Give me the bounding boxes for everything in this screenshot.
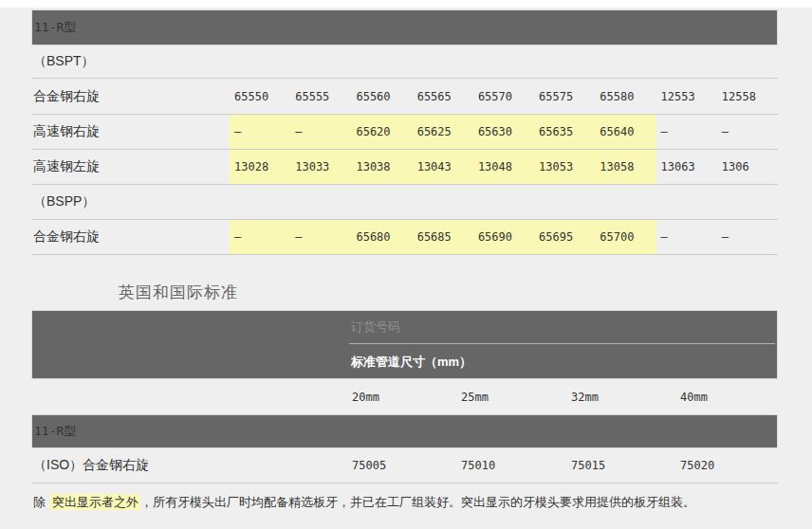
row-label: 高速钢右旋 <box>31 115 230 149</box>
order-number-cell: 65575 <box>534 79 595 114</box>
section-heading-uk-international-standard: 英国和国际标准 <box>119 282 238 303</box>
footer-note-prefix: 除 <box>33 495 46 509</box>
footer-note-highlight: 突出显示者之外 <box>50 494 140 510</box>
order-table-bspt-bspp: （BSPT） 合金钢右旋 65550 65555 65560 65565 655… <box>31 46 778 255</box>
table-row-section-bspt: （BSPT） <box>31 46 778 79</box>
order-number-cell-highlighted: 65685 <box>413 220 473 254</box>
pipe-size-columns-row: 20mm 25mm 32mm 40mm <box>31 379 778 414</box>
order-number-cell-highlighted: 13028 <box>230 150 290 184</box>
order-number-cell: 75005 <box>352 459 461 472</box>
size-column-header: 20mm <box>352 391 461 404</box>
section-row-label: （BSPT） <box>31 46 778 78</box>
order-number-cell: – <box>717 220 778 254</box>
row-label: （ISO）合金钢右旋 <box>31 457 352 474</box>
order-number-cell: 65560 <box>351 79 412 114</box>
order-number-cell: 75015 <box>571 459 680 472</box>
order-number-cell: 65570 <box>473 79 534 114</box>
size-column-header: 32mm <box>571 391 680 404</box>
table-row-alloy-rh: 合金钢右旋 65550 65555 65560 65565 65570 6557… <box>31 79 778 115</box>
table-row-hss-rh: 高速钢右旋 – – 65620 65625 65630 65635 65640 … <box>31 115 778 150</box>
order-number-cell-highlighted: – <box>230 115 290 149</box>
pipe-size-label: 标准管道尺寸（mm） <box>351 354 471 371</box>
order-number-cell-highlighted: 13043 <box>413 150 473 184</box>
order-number-cell: 1306 <box>717 150 778 184</box>
top-white-strip <box>0 0 812 8</box>
order-number-cell: 65580 <box>595 79 655 114</box>
order-number-cell-highlighted: 13053 <box>534 150 595 184</box>
order-number-cell-highlighted: 65700 <box>595 220 655 254</box>
order-number-cell: 65555 <box>290 79 351 114</box>
order-number-cell: – <box>656 115 717 149</box>
row-label: 合金钢右旋 <box>31 220 230 254</box>
order-number-cell-highlighted: 13033 <box>290 150 351 184</box>
section-bar-11r-bottom: 11-R型 <box>31 414 778 448</box>
order-number-cell: 12553 <box>656 79 717 114</box>
table-row-iso-alloy-rh: （ISO）合金钢右旋 75005 75010 75015 75020 <box>31 448 778 483</box>
order-number-cell: 65565 <box>413 79 473 114</box>
order-code-label: 订货号码 <box>351 319 400 336</box>
order-number-cell-highlighted: 13058 <box>595 150 655 184</box>
order-table2-header-block: 订货号码 标准管道尺寸（mm） <box>31 310 778 379</box>
order-number-cell-highlighted: 13048 <box>473 150 534 184</box>
row-label: 高速钢左旋 <box>31 150 230 184</box>
order-number-cell: – <box>656 220 717 254</box>
table-row-section-bspp: （BSPP） <box>31 185 778 220</box>
size-column-header: 25mm <box>461 391 571 404</box>
header-divider-line <box>349 343 775 344</box>
order-number-cell-highlighted: 65640 <box>595 115 655 149</box>
order-number-cell-highlighted: 65630 <box>473 115 534 149</box>
order-number-cell: 65550 <box>230 79 290 114</box>
order-number-cell: 13063 <box>656 150 717 184</box>
order-number-cell-highlighted: 65695 <box>534 220 595 254</box>
order-number-cell-highlighted: – <box>290 220 351 254</box>
order-number-cell: 75020 <box>680 459 778 472</box>
section-row-label: （BSPP） <box>31 185 778 219</box>
order-number-cell-highlighted: – <box>230 220 290 254</box>
section-bar-label: 11-R型 <box>34 424 76 438</box>
section-bar-label: 11-R型 <box>34 20 76 34</box>
order-number-cell: 12558 <box>717 79 778 114</box>
order-number-cell-highlighted: 65690 <box>473 220 534 254</box>
order-number-cell-highlighted: 65680 <box>351 220 412 254</box>
footer-note-suffix: ，所有牙模头出厂时均配备精选板牙，并已在工厂组装好。突出显示的牙模头要求用提供的… <box>140 495 695 509</box>
order-number-cell: – <box>717 115 778 149</box>
order-number-cell-highlighted: 65635 <box>534 115 595 149</box>
table-row-hss-lh: 高速钢左旋 13028 13033 13038 13043 13048 1305… <box>31 150 778 185</box>
footer-note: 除突出显示者之外，所有牙模头出厂时均配备精选板牙，并已在工厂组装好。突出显示的牙… <box>33 493 695 511</box>
size-column-header: 40mm <box>680 391 778 404</box>
order-number-cell-highlighted: 13038 <box>351 150 412 184</box>
order-number-cell-highlighted: 65620 <box>351 115 412 149</box>
table-row-alloy-rh-bspp: 合金钢右旋 – – 65680 65685 65690 65695 65700 … <box>31 220 778 255</box>
section-bar-11r-top: 11-R型 <box>31 9 778 46</box>
order-number-cell-highlighted: – <box>290 115 351 149</box>
order-number-cell: 75010 <box>461 459 571 472</box>
row-label: 合金钢右旋 <box>31 79 230 114</box>
order-number-cell-highlighted: 65625 <box>413 115 473 149</box>
